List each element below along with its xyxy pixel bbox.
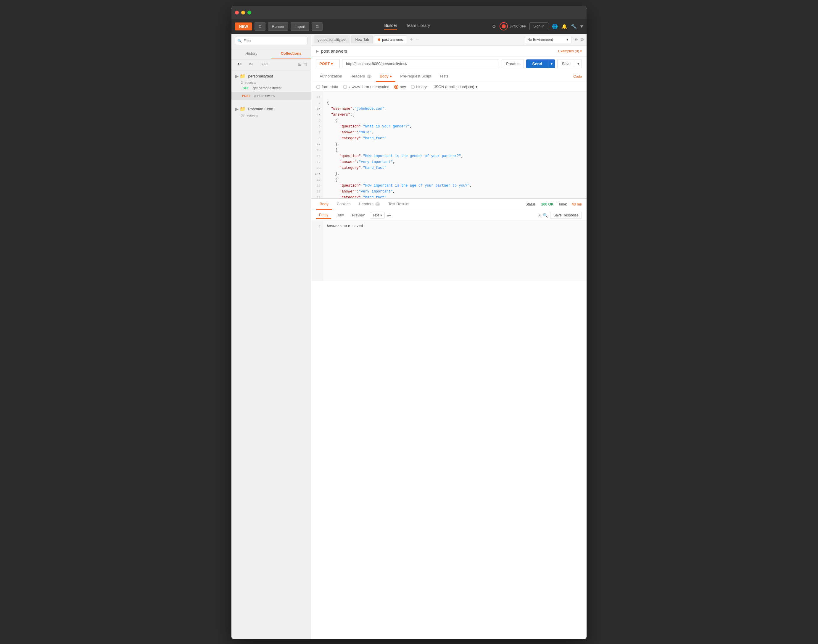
line-num-3: 3▾ — [311, 106, 323, 112]
resp-search-icon[interactable]: 🔍 — [543, 213, 548, 218]
send-dropdown-button[interactable]: ▾ — [548, 60, 555, 68]
resp-line-numbers: 1 — [311, 221, 323, 281]
wrench-icon[interactable]: 🔧 — [571, 24, 577, 29]
option-binary[interactable]: binary — [411, 84, 427, 89]
tab-builder[interactable]: Builder — [384, 23, 397, 29]
resp-tab-test-results[interactable]: Test Results — [385, 199, 413, 210]
close-button[interactable] — [235, 11, 239, 14]
resp-icons: ⎘ 🔍 Save Response — [538, 212, 582, 219]
req-tab-post[interactable]: post answers — [374, 35, 407, 43]
line-num-13: 13 — [311, 165, 323, 171]
req-tab-new[interactable]: New Tab — [351, 35, 373, 43]
sort-icon[interactable]: ⇅ — [304, 62, 308, 66]
line-num-2: 2 — [311, 100, 323, 106]
toolbar-center: Builder Team Library — [325, 23, 489, 29]
interceptor-button[interactable]: ⊡ — [312, 22, 323, 31]
line-num-4: 4▾ — [311, 112, 323, 118]
line-num-16: 16 — [311, 183, 323, 189]
option-raw[interactable]: raw — [394, 84, 406, 89]
resp-wrap-icon[interactable]: ⇌ — [387, 213, 391, 218]
save-button[interactable]: Save — [558, 60, 575, 68]
line-num-14: 14▾ — [311, 171, 323, 177]
sub-tab-headers[interactable]: Headers 1 — [347, 71, 375, 82]
code-link[interactable]: Code — [573, 75, 582, 79]
json-type-select[interactable]: JSON (application/json) ▾ — [434, 84, 478, 89]
new-button[interactable]: NEW — [235, 23, 252, 31]
req-tab-get[interactable]: get personalitytest — [314, 35, 350, 43]
body-options: form-data x-www-form-urlencoded raw bina… — [311, 82, 587, 92]
import-button[interactable]: Import — [291, 22, 309, 31]
method-select[interactable]: POST ▾ — [316, 59, 340, 68]
request-post-answers[interactable]: POST post answers — [231, 92, 311, 100]
sub-tab-body[interactable]: Body ● — [376, 71, 395, 82]
sub-tab-prerequest[interactable]: Pre-request Script — [397, 71, 435, 82]
sub-tab-authorization[interactable]: Authorization — [316, 71, 346, 82]
resp-copy-icon[interactable]: ⎘ — [538, 213, 540, 218]
environment-select[interactable]: No Environment ▾ — [524, 36, 572, 43]
option-urlencoded[interactable]: x-www-form-urlencoded — [343, 84, 389, 89]
maximize-button[interactable] — [248, 11, 251, 14]
more-tabs-button[interactable]: ··· — [416, 37, 419, 42]
params-button[interactable]: Params — [502, 59, 524, 68]
json-chevron-icon: ▾ — [475, 84, 478, 89]
gear-icon[interactable]: ⚙ — [492, 24, 496, 29]
status-value: 200 OK — [541, 202, 554, 206]
time-label: Time: — [558, 202, 567, 206]
resp-pretty-button[interactable]: Pretty — [316, 212, 331, 219]
resp-raw-button[interactable]: Raw — [334, 212, 346, 219]
line-num-15: 15 — [311, 177, 323, 183]
collection-name-echo: Postman Echo — [248, 107, 273, 111]
examples-link[interactable]: Examples (0) ▾ — [558, 49, 582, 53]
send-button[interactable]: Send — [526, 60, 548, 68]
runner-button[interactable]: Runner — [268, 22, 288, 31]
urlencoded-label: x-www-form-urlencoded — [349, 84, 389, 89]
collection-header-personalitytest[interactable]: ▶ 📁 personalitytest — [231, 72, 311, 81]
status-label: Status: — [526, 202, 537, 206]
tab-collections[interactable]: Collections — [271, 48, 311, 59]
import-icon[interactable]: ⊞ — [298, 62, 301, 66]
response-content: 1 Answers are saved. — [311, 221, 587, 281]
env-eye-icon[interactable]: 👁 — [574, 37, 578, 42]
line-num-9: 9▾ — [311, 141, 323, 147]
radio-urlencoded — [343, 85, 347, 89]
request-name-post: post answers — [254, 94, 275, 98]
line-num-6: 6 — [311, 124, 323, 129]
resp-tab-headers[interactable]: Headers 5 — [355, 199, 384, 210]
collection-name-personalitytest: personalitytest — [248, 74, 273, 78]
radio-raw — [394, 85, 398, 89]
line-num-10: 10 — [311, 147, 323, 153]
resp-text-select[interactable]: Text ▾ — [370, 212, 385, 219]
save-response-button[interactable]: Save Response — [550, 212, 582, 219]
add-tab-button[interactable]: + — [408, 36, 415, 43]
option-form-data[interactable]: form-data — [316, 84, 338, 89]
response-area: Body Cookies Headers 5 Test Results Stat… — [311, 198, 587, 281]
resp-tab-cookies[interactable]: Cookies — [333, 199, 354, 210]
filter-all[interactable]: All — [235, 62, 244, 66]
collection-header-echo[interactable]: ▶ 📁 Postman Echo — [231, 104, 311, 113]
minimize-button[interactable] — [241, 11, 245, 14]
save-dropdown-button[interactable]: ▾ — [575, 60, 581, 68]
globe-icon[interactable]: 🌐 — [552, 24, 558, 29]
code-content[interactable]: { "username":"john@doe.com", "answers":[… — [323, 92, 587, 198]
env-gear-icon[interactable]: ⚙ — [580, 37, 584, 42]
sync-badge: SYNC OFF — [500, 22, 526, 31]
signin-button[interactable]: Sign In — [529, 23, 548, 30]
layout-button[interactable]: ⊡ — [255, 22, 266, 31]
line-num-7: 7 — [311, 129, 323, 135]
filter-team[interactable]: Team — [258, 62, 271, 66]
tab-history[interactable]: History — [231, 48, 271, 59]
resp-preview-button[interactable]: Preview — [349, 212, 367, 219]
filter-input[interactable] — [235, 37, 308, 45]
resp-line-num-1: 1 — [311, 223, 323, 229]
heart-icon[interactable]: ♥ — [580, 24, 583, 29]
tab-team-library[interactable]: Team Library — [406, 23, 430, 29]
collection-personalitytest: ▶ 📁 personalitytest 2 requests GET get p… — [231, 69, 311, 102]
resp-tab-body[interactable]: Body — [316, 199, 332, 210]
expand-icon[interactable]: ▶ — [316, 49, 319, 53]
request-get-personalitytest[interactable]: GET get personalitytest — [231, 84, 311, 92]
bell-icon[interactable]: 🔔 — [561, 24, 567, 29]
sub-tab-tests[interactable]: Tests — [436, 71, 452, 82]
url-input[interactable] — [342, 59, 499, 68]
env-label: No Environment — [527, 38, 553, 42]
filter-me[interactable]: Me — [246, 62, 255, 66]
